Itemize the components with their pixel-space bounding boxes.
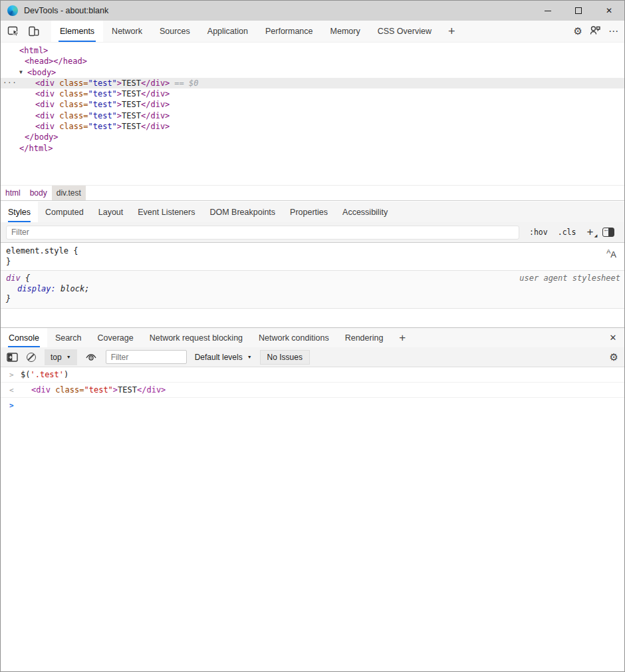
tab-css-overview[interactable]: CSS Overview <box>369 21 440 42</box>
pseudo-state-toggle[interactable]: :hov <box>529 228 548 237</box>
inspect-element-button[interactable] <box>3 21 23 42</box>
tree-row[interactable]: ▼<body> <box>1 67 624 78</box>
tab-sources[interactable]: Sources <box>151 21 199 42</box>
console-tab-coverage[interactable]: Coverage <box>89 328 141 347</box>
tab-network[interactable]: Network <box>103 21 151 42</box>
tree-row[interactable]: <div class="test">TEST</div> <box>1 99 624 110</box>
code-token: <div <box>35 111 55 120</box>
tree-row[interactable]: <html> <box>1 45 624 56</box>
styles-tab-dom-breakpoints[interactable]: DOM Breakpoints <box>202 202 283 222</box>
code-token: <head></head> <box>25 57 87 66</box>
console-settings-button[interactable]: ⚙ <box>610 351 618 363</box>
breadcrumb: htmlbodydiv.test <box>1 185 624 201</box>
minimize-button[interactable] <box>533 1 563 21</box>
console-tab-network-request-blocking[interactable]: Network request blocking <box>142 328 251 347</box>
tree-row[interactable]: <div class="test">TEST</div> <box>1 88 624 99</box>
code-token: class= <box>59 89 88 98</box>
tree-row[interactable]: <head></head> <box>1 56 624 67</box>
devtools-window: DevTools - about:blank ✕ ElementsNetwork… <box>0 0 625 672</box>
code-token: <div <box>31 385 55 395</box>
code-token: > <box>113 385 118 395</box>
row-menu-dots-icon[interactable]: ··· <box>3 78 17 88</box>
element-classes-toggle[interactable]: .cls <box>558 228 576 237</box>
code-token: </div> <box>137 385 166 395</box>
rule-selector: div <box>6 273 21 283</box>
expand-arrow-icon[interactable]: ▼ <box>19 67 23 78</box>
breadcrumb-item-div-test[interactable]: div.test <box>52 186 86 200</box>
clear-console-button[interactable] <box>27 353 36 362</box>
issues-label: No Issues <box>267 353 303 362</box>
feedback-button[interactable] <box>590 25 601 38</box>
overflow-menu-button[interactable]: ⋯ <box>608 25 619 37</box>
main-tab-strip: ElementsNetworkSourcesApplicationPerform… <box>51 21 440 42</box>
property-value: block; <box>56 284 90 293</box>
issues-counter-button[interactable]: No Issues <box>260 350 310 365</box>
console-tab-console[interactable]: Console <box>1 328 47 347</box>
more-drawer-tools-button[interactable]: + <box>391 328 414 347</box>
javascript-context-dropdown[interactable]: top ▼ <box>45 349 77 365</box>
inspect-cursor-icon <box>7 25 20 38</box>
console-result[interactable]: <<div class="test">TEST</div> <box>1 383 624 398</box>
code-token: "test" <box>88 111 117 120</box>
style-rule-div[interactable]: user agent stylesheetdiv {display: block… <box>1 271 624 309</box>
tree-row[interactable]: <div class="test">TEST</div> <box>1 121 624 132</box>
styles-tab-styles[interactable]: Styles <box>1 202 38 222</box>
result-chevron-icon: < <box>9 385 14 395</box>
styles-tab-layout[interactable]: Layout <box>91 202 131 222</box>
code-token: <div <box>35 100 55 109</box>
breadcrumb-item-body[interactable]: body <box>25 186 52 200</box>
close-drawer-button[interactable]: ✕ <box>602 328 624 347</box>
styles-tab-computed[interactable]: Computed <box>38 202 91 222</box>
tree-row[interactable]: </html> <box>1 143 624 154</box>
code-token: TEST <box>122 100 141 109</box>
tab-memory[interactable]: Memory <box>322 21 369 42</box>
console-tab-search[interactable]: Search <box>47 328 90 347</box>
code-token: '.test' <box>30 370 64 379</box>
styles-filter-input[interactable] <box>6 226 519 240</box>
close-button[interactable]: ✕ <box>594 1 624 21</box>
code-token: TEST <box>122 79 141 88</box>
levels-label: Default levels <box>195 353 243 362</box>
more-tools-button[interactable]: + <box>440 21 463 42</box>
tab-elements[interactable]: Elements <box>51 21 103 42</box>
tab-performance[interactable]: Performance <box>257 21 322 42</box>
console-tab-rendering[interactable]: Rendering <box>337 328 392 347</box>
styles-tab-event-listeners[interactable]: Event Listeners <box>130 202 202 222</box>
window-controls: ✕ <box>533 1 624 21</box>
code-token: > <box>117 79 122 88</box>
style-rules: element.style {}user agent stylesheetdiv… <box>1 244 624 309</box>
code-token: "test" <box>88 122 117 131</box>
tree-row[interactable]: <div class="test">TEST</div> <box>1 110 624 121</box>
code-token: </div> <box>141 100 170 109</box>
code-token: $( <box>21 370 30 379</box>
console-prompt: > <box>1 398 624 408</box>
tab-application[interactable]: Application <box>199 21 257 42</box>
console-filter-input[interactable] <box>106 350 187 364</box>
console-tab-strip: ConsoleSearchCoverageNetwork request blo… <box>1 328 624 347</box>
device-toolbar-button[interactable] <box>23 21 43 42</box>
log-levels-dropdown[interactable]: Default levels ▼ <box>195 353 252 362</box>
style-rule-element-style[interactable]: element.style {} <box>1 244 624 271</box>
maximize-button[interactable] <box>563 1 594 21</box>
styles-tab-properties[interactable]: Properties <box>283 202 335 222</box>
tree-row[interactable]: ···<div class="test">TEST</div>== $0 <box>1 78 624 88</box>
computed-sidebar-toggle-button[interactable]: ← <box>602 228 614 237</box>
rule-close-line: } <box>6 294 619 305</box>
rule-selector: element.style <box>6 246 68 255</box>
toolbar-right-icons: ⚙ ⋯ <box>566 21 624 42</box>
new-style-rule-button[interactable]: +◢ <box>586 226 593 239</box>
breadcrumb-item-html[interactable]: html <box>1 186 25 200</box>
rule-open-line: element.style { <box>6 246 619 257</box>
tree-row[interactable]: </body> <box>1 132 624 142</box>
css-property[interactable]: display: block; <box>6 284 619 295</box>
code-token: </div> <box>141 122 170 131</box>
device-emulation-icon <box>27 25 40 38</box>
console-sidebar-toggle-button[interactable] <box>7 353 18 362</box>
console-tab-network-conditions[interactable]: Network conditions <box>251 328 337 347</box>
selected-node-hint: == $0 <box>174 79 198 88</box>
styles-tab-accessibility[interactable]: Accessibility <box>335 202 395 222</box>
settings-gear-button[interactable]: ⚙ <box>574 25 582 37</box>
prompt-chevron-icon: > <box>9 401 14 411</box>
live-expression-button[interactable] <box>85 353 97 361</box>
code-token: > <box>117 111 122 120</box>
